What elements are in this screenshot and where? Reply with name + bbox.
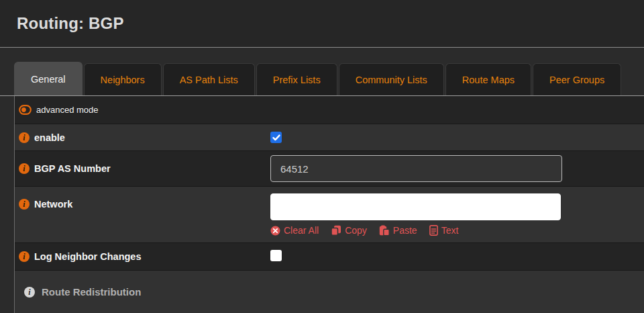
info-icon[interactable]: i — [24, 287, 35, 298]
info-icon[interactable]: i — [19, 199, 30, 210]
network-row: i Network Clear All — [15, 186, 644, 242]
tab-peer-groups[interactable]: Peer Groups — [533, 63, 621, 95]
network-input[interactable] — [270, 193, 561, 220]
copy-icon — [331, 225, 341, 236]
paste-button[interactable]: Paste — [379, 225, 417, 236]
bgp-settings-page: Routing: BGP General Neighbors AS Path L… — [0, 0, 644, 313]
advanced-mode-row: advanced mode — [15, 96, 644, 124]
times-circle-icon — [270, 226, 280, 236]
enable-label: enable — [34, 132, 65, 143]
tab-as-path-lists[interactable]: AS Path Lists — [163, 63, 255, 95]
copy-button[interactable]: Copy — [331, 225, 367, 236]
route-redistribution-label: Route Redistribution — [42, 286, 141, 298]
advanced-mode-label: advanced mode — [36, 105, 99, 115]
clear-all-button[interactable]: Clear All — [270, 225, 319, 236]
file-text-icon — [429, 225, 438, 236]
tab-route-maps[interactable]: Route Maps — [445, 63, 531, 95]
page-title: Routing: BGP — [17, 14, 124, 33]
route-redistribution-row: i Route Redistribution — [15, 270, 644, 313]
bgp-as-number-input[interactable] — [270, 155, 562, 182]
tab-strip-wrap: General Neighbors AS Path Lists Prefix L… — [0, 48, 644, 96]
log-neighbor-changes-label: Log Neighbor Changes — [34, 251, 142, 262]
info-icon[interactable]: i — [19, 251, 30, 262]
info-icon[interactable]: i — [19, 132, 30, 143]
info-icon[interactable]: i — [19, 163, 30, 174]
enable-checkbox[interactable] — [270, 132, 282, 143]
general-settings-form: advanced mode i enable i BGP AS Number — [14, 96, 644, 313]
page-header: Routing: BGP — [0, 0, 644, 48]
network-actions: Clear All Copy — [270, 225, 644, 236]
text-mode-button[interactable]: Text — [429, 225, 459, 236]
enable-row: i enable — [15, 124, 644, 150]
tab-general[interactable]: General — [14, 62, 83, 95]
bgp-as-number-label: BGP AS Number — [34, 163, 111, 174]
toggle-off-icon[interactable] — [19, 105, 32, 115]
bgp-as-number-row: i BGP AS Number — [15, 150, 644, 186]
tab-neighbors[interactable]: Neighbors — [84, 63, 162, 95]
log-neighbor-changes-row: i Log Neighbor Changes — [15, 242, 644, 270]
tab-community-lists[interactable]: Community Lists — [339, 63, 444, 95]
log-neighbor-changes-checkbox[interactable] — [270, 250, 282, 261]
advanced-mode-toggle[interactable]: advanced mode — [15, 105, 270, 115]
tab-prefix-lists[interactable]: Prefix Lists — [256, 63, 337, 95]
tab-strip: General Neighbors AS Path Lists Prefix L… — [0, 62, 644, 96]
network-label: Network — [34, 199, 72, 210]
paste-icon — [379, 225, 390, 236]
